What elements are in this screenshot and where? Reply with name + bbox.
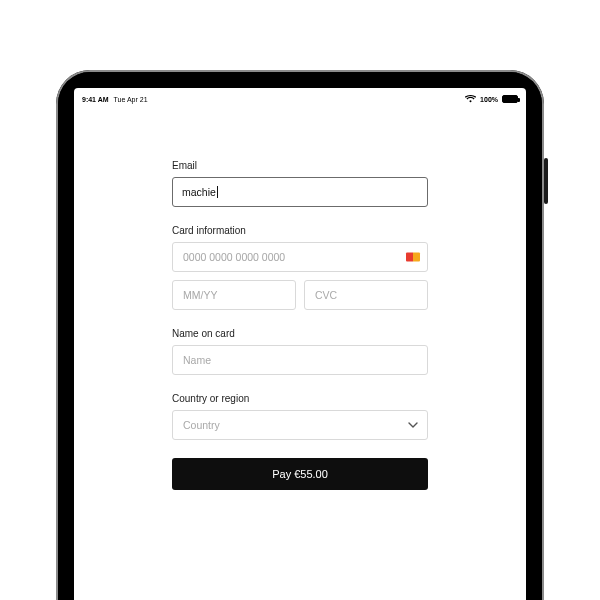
payment-form: Email machie Card information [172, 160, 428, 490]
name-on-card-field[interactable] [172, 345, 428, 375]
status-battery-pct: 100% [480, 96, 498, 103]
card-cvc-field[interactable] [304, 280, 428, 310]
tablet-frame: 9:41 AM Tue Apr 21 100% Email [56, 70, 544, 600]
status-bar: 9:41 AM Tue Apr 21 100% [82, 92, 518, 106]
country-label: Country or region [172, 393, 428, 404]
wifi-icon [465, 95, 476, 103]
card-number-field[interactable] [172, 242, 428, 272]
device-screen: 9:41 AM Tue Apr 21 100% Email [74, 88, 526, 600]
country-select[interactable] [172, 410, 428, 440]
battery-icon [502, 95, 518, 103]
device-side-button [544, 158, 548, 204]
name-on-card-label: Name on card [172, 328, 428, 339]
card-info-label: Card information [172, 225, 428, 236]
email-label: Email [172, 160, 428, 171]
status-time: 9:41 AM [82, 96, 109, 103]
card-expiry-field[interactable] [172, 280, 296, 310]
email-field[interactable] [172, 177, 428, 207]
pay-button[interactable]: Pay €55.00 [172, 458, 428, 490]
status-date: Tue Apr 21 [114, 96, 148, 103]
card-brand-icon [406, 253, 420, 262]
